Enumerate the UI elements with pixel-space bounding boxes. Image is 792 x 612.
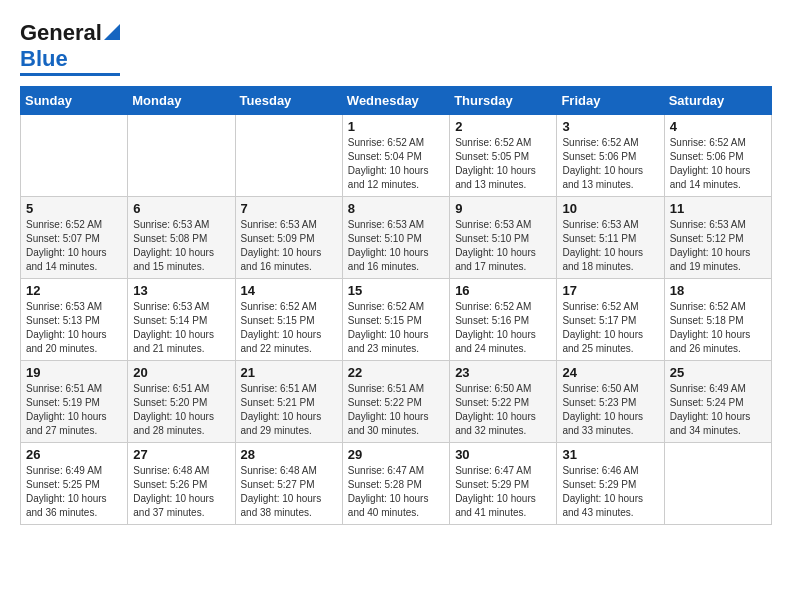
day-info: Sunrise: 6:52 AM Sunset: 5:18 PM Dayligh…	[670, 300, 766, 356]
calendar-cell: 6Sunrise: 6:53 AM Sunset: 5:08 PM Daylig…	[128, 197, 235, 279]
day-info: Sunrise: 6:53 AM Sunset: 5:09 PM Dayligh…	[241, 218, 337, 274]
day-number: 6	[133, 201, 229, 216]
calendar-header-row: SundayMondayTuesdayWednesdayThursdayFrid…	[21, 87, 772, 115]
calendar-week-row: 12Sunrise: 6:53 AM Sunset: 5:13 PM Dayli…	[21, 279, 772, 361]
calendar-cell: 9Sunrise: 6:53 AM Sunset: 5:10 PM Daylig…	[450, 197, 557, 279]
day-number: 23	[455, 365, 551, 380]
day-info: Sunrise: 6:53 AM Sunset: 5:11 PM Dayligh…	[562, 218, 658, 274]
calendar-header-sunday: Sunday	[21, 87, 128, 115]
day-info: Sunrise: 6:51 AM Sunset: 5:22 PM Dayligh…	[348, 382, 444, 438]
day-number: 9	[455, 201, 551, 216]
logo-general: General	[20, 20, 102, 46]
calendar-cell	[664, 443, 771, 525]
day-number: 11	[670, 201, 766, 216]
calendar-cell: 12Sunrise: 6:53 AM Sunset: 5:13 PM Dayli…	[21, 279, 128, 361]
calendar-week-row: 19Sunrise: 6:51 AM Sunset: 5:19 PM Dayli…	[21, 361, 772, 443]
day-info: Sunrise: 6:46 AM Sunset: 5:29 PM Dayligh…	[562, 464, 658, 520]
calendar-cell: 13Sunrise: 6:53 AM Sunset: 5:14 PM Dayli…	[128, 279, 235, 361]
day-number: 12	[26, 283, 122, 298]
day-number: 22	[348, 365, 444, 380]
day-number: 28	[241, 447, 337, 462]
day-info: Sunrise: 6:49 AM Sunset: 5:25 PM Dayligh…	[26, 464, 122, 520]
calendar-cell	[235, 115, 342, 197]
day-info: Sunrise: 6:52 AM Sunset: 5:05 PM Dayligh…	[455, 136, 551, 192]
calendar-cell: 26Sunrise: 6:49 AM Sunset: 5:25 PM Dayli…	[21, 443, 128, 525]
calendar-cell	[128, 115, 235, 197]
logo-blue: Blue	[20, 46, 68, 72]
day-info: Sunrise: 6:50 AM Sunset: 5:22 PM Dayligh…	[455, 382, 551, 438]
day-number: 16	[455, 283, 551, 298]
day-number: 24	[562, 365, 658, 380]
page-header: General Blue	[20, 20, 772, 76]
calendar-cell: 21Sunrise: 6:51 AM Sunset: 5:21 PM Dayli…	[235, 361, 342, 443]
day-info: Sunrise: 6:52 AM Sunset: 5:17 PM Dayligh…	[562, 300, 658, 356]
logo-icon	[104, 24, 120, 40]
day-number: 30	[455, 447, 551, 462]
calendar-cell: 25Sunrise: 6:49 AM Sunset: 5:24 PM Dayli…	[664, 361, 771, 443]
calendar-cell: 2Sunrise: 6:52 AM Sunset: 5:05 PM Daylig…	[450, 115, 557, 197]
day-number: 13	[133, 283, 229, 298]
calendar-week-row: 5Sunrise: 6:52 AM Sunset: 5:07 PM Daylig…	[21, 197, 772, 279]
calendar-cell: 10Sunrise: 6:53 AM Sunset: 5:11 PM Dayli…	[557, 197, 664, 279]
calendar-cell: 29Sunrise: 6:47 AM Sunset: 5:28 PM Dayli…	[342, 443, 449, 525]
calendar-cell: 8Sunrise: 6:53 AM Sunset: 5:10 PM Daylig…	[342, 197, 449, 279]
day-info: Sunrise: 6:49 AM Sunset: 5:24 PM Dayligh…	[670, 382, 766, 438]
day-number: 29	[348, 447, 444, 462]
day-info: Sunrise: 6:52 AM Sunset: 5:06 PM Dayligh…	[670, 136, 766, 192]
calendar-header-saturday: Saturday	[664, 87, 771, 115]
day-number: 20	[133, 365, 229, 380]
calendar-cell: 17Sunrise: 6:52 AM Sunset: 5:17 PM Dayli…	[557, 279, 664, 361]
day-info: Sunrise: 6:48 AM Sunset: 5:27 PM Dayligh…	[241, 464, 337, 520]
day-number: 4	[670, 119, 766, 134]
calendar-header-thursday: Thursday	[450, 87, 557, 115]
calendar-cell: 3Sunrise: 6:52 AM Sunset: 5:06 PM Daylig…	[557, 115, 664, 197]
calendar-table: SundayMondayTuesdayWednesdayThursdayFrid…	[20, 86, 772, 525]
day-number: 31	[562, 447, 658, 462]
day-info: Sunrise: 6:52 AM Sunset: 5:07 PM Dayligh…	[26, 218, 122, 274]
day-info: Sunrise: 6:53 AM Sunset: 5:10 PM Dayligh…	[455, 218, 551, 274]
day-number: 5	[26, 201, 122, 216]
calendar-cell: 19Sunrise: 6:51 AM Sunset: 5:19 PM Dayli…	[21, 361, 128, 443]
calendar-header-monday: Monday	[128, 87, 235, 115]
day-number: 27	[133, 447, 229, 462]
calendar-cell: 14Sunrise: 6:52 AM Sunset: 5:15 PM Dayli…	[235, 279, 342, 361]
day-info: Sunrise: 6:47 AM Sunset: 5:29 PM Dayligh…	[455, 464, 551, 520]
day-info: Sunrise: 6:52 AM Sunset: 5:06 PM Dayligh…	[562, 136, 658, 192]
day-number: 25	[670, 365, 766, 380]
calendar-cell: 23Sunrise: 6:50 AM Sunset: 5:22 PM Dayli…	[450, 361, 557, 443]
day-info: Sunrise: 6:51 AM Sunset: 5:20 PM Dayligh…	[133, 382, 229, 438]
calendar-cell: 22Sunrise: 6:51 AM Sunset: 5:22 PM Dayli…	[342, 361, 449, 443]
day-info: Sunrise: 6:53 AM Sunset: 5:08 PM Dayligh…	[133, 218, 229, 274]
day-number: 3	[562, 119, 658, 134]
day-number: 19	[26, 365, 122, 380]
day-number: 21	[241, 365, 337, 380]
calendar-header-wednesday: Wednesday	[342, 87, 449, 115]
day-number: 10	[562, 201, 658, 216]
calendar-cell: 30Sunrise: 6:47 AM Sunset: 5:29 PM Dayli…	[450, 443, 557, 525]
calendar-cell: 20Sunrise: 6:51 AM Sunset: 5:20 PM Dayli…	[128, 361, 235, 443]
calendar-cell: 15Sunrise: 6:52 AM Sunset: 5:15 PM Dayli…	[342, 279, 449, 361]
calendar-cell: 28Sunrise: 6:48 AM Sunset: 5:27 PM Dayli…	[235, 443, 342, 525]
day-number: 17	[562, 283, 658, 298]
logo-underline	[20, 73, 120, 76]
calendar-cell: 4Sunrise: 6:52 AM Sunset: 5:06 PM Daylig…	[664, 115, 771, 197]
day-info: Sunrise: 6:48 AM Sunset: 5:26 PM Dayligh…	[133, 464, 229, 520]
day-info: Sunrise: 6:51 AM Sunset: 5:21 PM Dayligh…	[241, 382, 337, 438]
calendar-cell: 16Sunrise: 6:52 AM Sunset: 5:16 PM Dayli…	[450, 279, 557, 361]
calendar-cell: 27Sunrise: 6:48 AM Sunset: 5:26 PM Dayli…	[128, 443, 235, 525]
calendar-cell: 1Sunrise: 6:52 AM Sunset: 5:04 PM Daylig…	[342, 115, 449, 197]
calendar-week-row: 1Sunrise: 6:52 AM Sunset: 5:04 PM Daylig…	[21, 115, 772, 197]
day-info: Sunrise: 6:51 AM Sunset: 5:19 PM Dayligh…	[26, 382, 122, 438]
day-number: 1	[348, 119, 444, 134]
day-number: 15	[348, 283, 444, 298]
day-info: Sunrise: 6:52 AM Sunset: 5:04 PM Dayligh…	[348, 136, 444, 192]
calendar-header-tuesday: Tuesday	[235, 87, 342, 115]
day-info: Sunrise: 6:47 AM Sunset: 5:28 PM Dayligh…	[348, 464, 444, 520]
calendar-cell: 7Sunrise: 6:53 AM Sunset: 5:09 PM Daylig…	[235, 197, 342, 279]
calendar-cell	[21, 115, 128, 197]
day-info: Sunrise: 6:53 AM Sunset: 5:10 PM Dayligh…	[348, 218, 444, 274]
day-number: 26	[26, 447, 122, 462]
day-info: Sunrise: 6:50 AM Sunset: 5:23 PM Dayligh…	[562, 382, 658, 438]
svg-marker-0	[104, 24, 120, 40]
day-info: Sunrise: 6:52 AM Sunset: 5:16 PM Dayligh…	[455, 300, 551, 356]
